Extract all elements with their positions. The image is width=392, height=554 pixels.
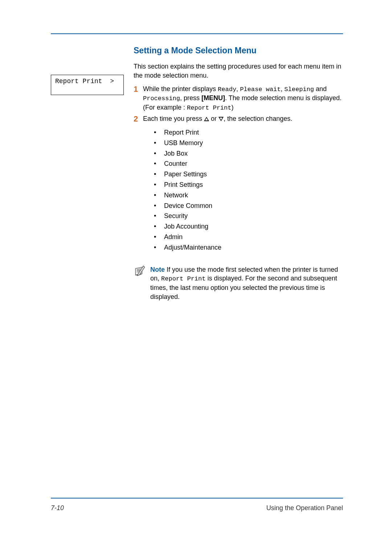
note-m1: Report Print [161, 275, 205, 282]
menu-item-list: •Report Print •USB Memory •Job Box •Coun… [154, 127, 343, 253]
bullet-dot: • [154, 169, 164, 180]
list-item: •Print Settings [154, 180, 343, 190]
step-1-m1: Ready [218, 86, 236, 93]
section-intro: This section explains the setting proced… [134, 62, 343, 80]
list-label: USB Memory [164, 138, 203, 148]
bullet-dot: • [154, 201, 164, 211]
bullet-dot: • [154, 221, 164, 232]
list-label: Admin [164, 232, 183, 242]
note-label: Note [150, 266, 165, 273]
bullet-dot: • [154, 159, 164, 169]
step-2-number: 2 [134, 114, 143, 124]
list-item: •Job Accounting [154, 221, 343, 232]
list-item: •USB Memory [154, 138, 343, 148]
content-area: Report Print > Setting a Mode Selection … [51, 46, 343, 301]
note-icon [134, 265, 147, 301]
bullet-dot: • [154, 148, 164, 159]
list-item: •Job Box [154, 148, 343, 159]
list-item: •Admin [154, 232, 343, 242]
list-label: Security [164, 211, 188, 221]
footer-page-number: 7-10 [51, 504, 64, 512]
step-1-m3: Sleeping [284, 86, 314, 93]
bullet-dot: • [154, 232, 164, 242]
list-item: •Paper Settings [154, 169, 343, 180]
step-1-t1: While the printer displays [143, 85, 218, 93]
bullet-dot: • [154, 127, 164, 138]
step-1-t5: , press [180, 94, 201, 102]
bottom-rule [51, 498, 343, 498]
list-label: Report Print [164, 127, 199, 138]
note-block: Note If you use the mode first selected … [134, 265, 343, 301]
bullet-dot: • [154, 211, 164, 221]
list-item: •Security [154, 211, 343, 221]
list-item: •Report Print [154, 127, 343, 138]
list-item: •Counter [154, 159, 343, 169]
step-2-t1: Each time you press [143, 115, 204, 122]
list-label: Paper Settings [164, 169, 207, 180]
step-1-m2: Please wait [240, 86, 281, 93]
step-1-t4: and [314, 85, 327, 93]
triangle-down-icon [219, 117, 224, 121]
step-2-t2: or [209, 115, 219, 122]
triangle-up-icon [204, 117, 209, 121]
step-1-t2: , [236, 85, 240, 93]
bullet-dot: • [154, 242, 164, 253]
list-label: Adjust/Maintenance [164, 242, 221, 253]
section-title: Setting a Mode Selection Menu [134, 46, 343, 56]
list-label: Print Settings [164, 180, 203, 190]
step-1-m5: Report Print [187, 104, 231, 111]
bullet-dot: • [154, 190, 164, 201]
step-1-t7: ) [231, 104, 233, 111]
step-1-body: While the printer displays Ready, Please… [143, 85, 343, 112]
list-label: Job Accounting [164, 221, 208, 232]
lcd-display-box: Report Print > [51, 75, 124, 95]
list-label: Network [164, 190, 188, 201]
step-2-body: Each time you press or , the selection c… [143, 114, 343, 124]
bullet-dot: • [154, 138, 164, 148]
list-label: Counter [164, 159, 187, 169]
step-1-t3: , [281, 85, 284, 93]
step-2-t3: , the selection changes. [224, 115, 292, 122]
list-item: •Device Common [154, 201, 343, 211]
step-2: 2 Each time you press or , the selection… [134, 114, 343, 124]
bullet-dot: • [154, 180, 164, 190]
note-text: Note If you use the mode first selected … [150, 265, 343, 301]
step-1-number: 1 [134, 85, 143, 112]
step-1-m4: Processing [143, 95, 180, 102]
list-item: •Network [154, 190, 343, 201]
step-1: 1 While the printer displays Ready, Plea… [134, 85, 343, 112]
step-1-b1: [MENU] [201, 94, 225, 102]
list-label: Device Common [164, 201, 212, 211]
top-rule [51, 33, 343, 34]
list-label: Job Box [164, 148, 188, 159]
footer-chapter: Using the Operation Panel [266, 504, 343, 512]
list-item: •Adjust/Maintenance [154, 242, 343, 253]
